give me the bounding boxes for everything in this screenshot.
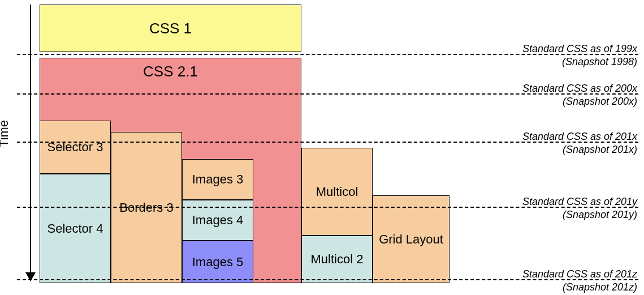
module-multicol: Multicol [301, 148, 373, 236]
module-images5: Images 5 [182, 241, 253, 283]
snapshot-label-201z: Standard CSS as of 201z(Snapshot 201z) [522, 268, 637, 293]
module-label: CSS 2.1 [143, 63, 198, 80]
snapshot-label-199x: Standard CSS as of 199x(Snapshot 1998) [522, 42, 637, 68]
snapshot-label-line1: Standard CSS as of 201y [522, 195, 637, 208]
snapshot-label-line2: (Snapshot 201y) [522, 208, 637, 221]
snapshot-label-line1: Standard CSS as of 201x [522, 130, 637, 143]
module-label: Images 4 [192, 213, 244, 228]
snapshot-label-line1: Standard CSS as of 201z [522, 268, 637, 281]
snapshot-label-201x: Standard CSS as of 201x(Snapshot 201x) [522, 130, 637, 156]
snapshot-label-200x: Standard CSS as of 200x(Snapshot 200x) [522, 82, 637, 108]
snapshot-label-line2: (Snapshot 201x) [522, 143, 637, 156]
snapshot-label-line1: Standard CSS as of 199x [522, 42, 637, 55]
module-label: Multicol [316, 185, 358, 199]
snapshot-label-line1: Standard CSS as of 200x [522, 82, 637, 95]
snapshot-label-line2: (Snapshot 201z) [522, 281, 637, 294]
module-label: Selector 4 [47, 221, 103, 236]
module-label: Images 3 [192, 172, 244, 187]
time-axis-label: Time [0, 120, 11, 147]
time-axis-shaft [30, 5, 31, 273]
module-grid: Grid Layout [373, 195, 449, 283]
module-sel3: Selector 3 [40, 121, 111, 174]
snapshot-label-line2: (Snapshot 1998) [522, 55, 637, 69]
module-label: Multicol 2 [311, 252, 364, 267]
module-css1: CSS 1 [40, 5, 301, 52]
module-multicol2: Multicol 2 [301, 236, 373, 283]
module-label: CSS 1 [149, 20, 192, 37]
module-label: Grid Layout [379, 232, 443, 247]
diagram-stage: Time CSS 1CSS 2.1Selector 3Selector 4Bor… [0, 0, 644, 295]
module-sel4: Selector 4 [40, 174, 111, 283]
snapshot-label-201y: Standard CSS as of 201y(Snapshot 201y) [522, 195, 637, 221]
module-images3: Images 3 [182, 159, 253, 200]
module-images4: Images 4 [182, 200, 253, 241]
snapshot-label-line2: (Snapshot 200x) [522, 95, 637, 108]
module-label: Images 5 [192, 255, 244, 270]
